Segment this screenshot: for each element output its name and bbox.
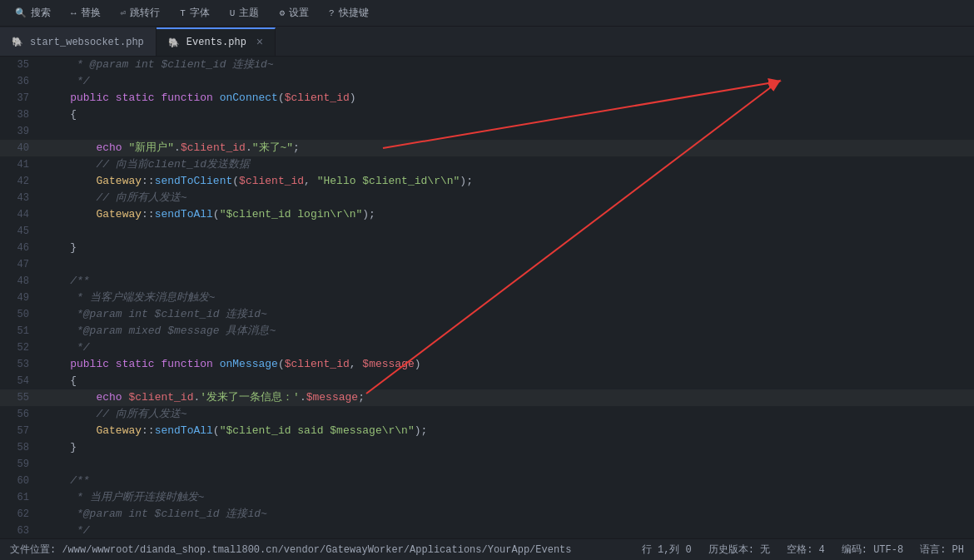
line-number: 58: [0, 439, 37, 456]
line-content: // 向当前client_id发送数据: [37, 156, 974, 173]
line-content: // 向所有人发送~: [37, 406, 974, 423]
token-fn: sendToAll: [155, 424, 213, 437]
token-comment: /**: [70, 474, 89, 487]
line-content: Gateway::sendToAll("$client_id said $mes…: [37, 423, 974, 439]
menu-settings[interactable]: ⚙ 设置: [271, 2, 317, 23]
line-number: 61: [0, 489, 37, 506]
line-number: 60: [0, 473, 37, 489]
token-comment: *@param int $client_id 连接id~: [44, 308, 267, 320]
code-area[interactable]: 35 * @param int $client_id 连接id~36 */37 …: [0, 57, 974, 538]
theme-icon: U: [230, 8, 236, 18]
tab-events[interactable]: 🐘 Events.php ×: [157, 27, 276, 56]
token-plain: [44, 208, 96, 221]
line-number: 55: [0, 389, 37, 406]
token-kw: echo: [96, 141, 122, 154]
table-row: 35 * @param int $client_id 连接id~: [0, 57, 974, 73]
menu-shortcuts[interactable]: ? 快捷键: [321, 2, 377, 23]
line-content: {: [37, 373, 974, 389]
token-kw: public: [70, 358, 109, 370]
token-plain: [44, 374, 70, 387]
token-punc: (: [278, 92, 285, 104]
token-comment: *@param int $client_id 连接id~: [44, 508, 267, 520]
table-row: 49 * 当客户端发来消息时触发~: [0, 290, 974, 306]
line-number: 38: [0, 107, 37, 123]
tab-bar: 🐘 start_websocket.php 🐘 Events.php ×: [0, 27, 974, 57]
token-plain: [44, 108, 70, 121]
line-content: *@param mixed $message 具体消息~: [37, 323, 974, 339]
line-number: 59: [0, 456, 37, 473]
line-content: [37, 123, 974, 140]
token-plain: [44, 92, 70, 104]
token-var: $client_id: [285, 92, 350, 104]
menu-search[interactable]: 🔍 搜索: [7, 2, 59, 23]
status-filepath: 文件位置: /www/wwwroot/dianda_shop.tmall800.…: [10, 543, 625, 557]
token-kw: function: [161, 92, 212, 104]
status-history: 历史版本: 无: [708, 543, 770, 557]
table-row: 40 echo "新用户".$client_id."来了~";: [0, 140, 974, 156]
line-content: *@param int $client_id 连接id~: [37, 506, 974, 523]
table-row: 62 *@param int $client_id 连接id~: [0, 506, 974, 523]
table-row: 37 public static function onConnect($cli…: [0, 90, 974, 107]
token-comment: * 当客户端发来消息时触发~: [44, 291, 215, 304]
token-punc: ): [350, 92, 356, 104]
line-content: Gateway::sendToClient($client_id, "Hello…: [37, 173, 974, 190]
token-plain: [213, 358, 220, 370]
line-content: Gateway::sendToAll("$client_id login\r\n…: [37, 206, 974, 223]
token-punc: ,: [350, 358, 363, 370]
line-content: // 向所有人发送~: [37, 190, 974, 206]
settings-icon: ⚙: [279, 7, 285, 18]
table-row: 51 *@param mixed $message 具体消息~: [0, 323, 974, 339]
menu-replace[interactable]: ↔ 替换: [62, 2, 109, 23]
line-number: 35: [0, 57, 37, 73]
token-str: "Hello $client_id\r\n": [317, 175, 460, 187]
line-content: /**: [37, 473, 974, 489]
token-fn: onMessage: [220, 358, 278, 370]
line-content: */: [37, 339, 974, 356]
status-encoding: 编码: UTF-8: [842, 543, 903, 557]
line-number: 45: [0, 223, 37, 240]
token-var: $client_id: [239, 175, 304, 187]
token-punc: (: [213, 424, 220, 437]
token-punc: }: [70, 241, 77, 254]
token-punc: ::: [142, 208, 155, 221]
token-var: $message: [362, 358, 414, 370]
token-str: "新用户": [128, 141, 174, 154]
line-number: 51: [0, 323, 37, 339]
line-number: 57: [0, 423, 37, 439]
line-content: * 当客户端发来消息时触发~: [37, 290, 974, 306]
menu-goto-line[interactable]: ⏎ 跳转行: [112, 2, 169, 23]
token-class-name: Gateway: [96, 424, 142, 437]
status-bar: 文件位置: /www/wwwroot/dianda_shop.tmall800.…: [0, 538, 974, 560]
table-row: 42 Gateway::sendToClient($client_id, "He…: [0, 173, 974, 190]
line-number: 42: [0, 173, 37, 190]
table-row: 39: [0, 123, 974, 140]
line-content: * @param int $client_id 连接id~: [37, 57, 974, 73]
table-row: 38 {: [0, 107, 974, 123]
token-comment: /**: [70, 275, 89, 287]
goto-icon: ⏎: [121, 7, 127, 18]
token-punc: (: [213, 208, 220, 221]
menu-font[interactable]: T 字体: [171, 2, 218, 23]
line-number: 48: [0, 273, 37, 290]
line-content: {: [37, 107, 974, 123]
token-punc: (: [278, 358, 285, 370]
table-row: 58 }: [0, 439, 974, 456]
table-row: 41 // 向当前client_id发送数据: [0, 156, 974, 173]
token-punc: ,: [304, 175, 317, 187]
token-punc: ::: [142, 175, 155, 187]
tab-close-button[interactable]: ×: [256, 36, 263, 49]
line-number: 62: [0, 506, 37, 523]
token-plain: [44, 158, 96, 171]
line-number: 43: [0, 190, 37, 206]
line-content: *@param int $client_id 连接id~: [37, 306, 974, 323]
line-content: /**: [37, 273, 974, 290]
line-number: 37: [0, 90, 37, 107]
line-number: 56: [0, 406, 37, 423]
line-number: 50: [0, 306, 37, 323]
table-row: 57 Gateway::sendToAll("$client_id said $…: [0, 423, 974, 439]
tab-start-websocket[interactable]: 🐘 start_websocket.php: [0, 27, 157, 56]
line-content: }: [37, 240, 974, 256]
table-row: 44 Gateway::sendToAll("$client_id login\…: [0, 206, 974, 223]
menu-theme[interactable]: U 主题: [221, 2, 268, 23]
token-str: "$client_id said $message\r\n": [220, 424, 415, 437]
